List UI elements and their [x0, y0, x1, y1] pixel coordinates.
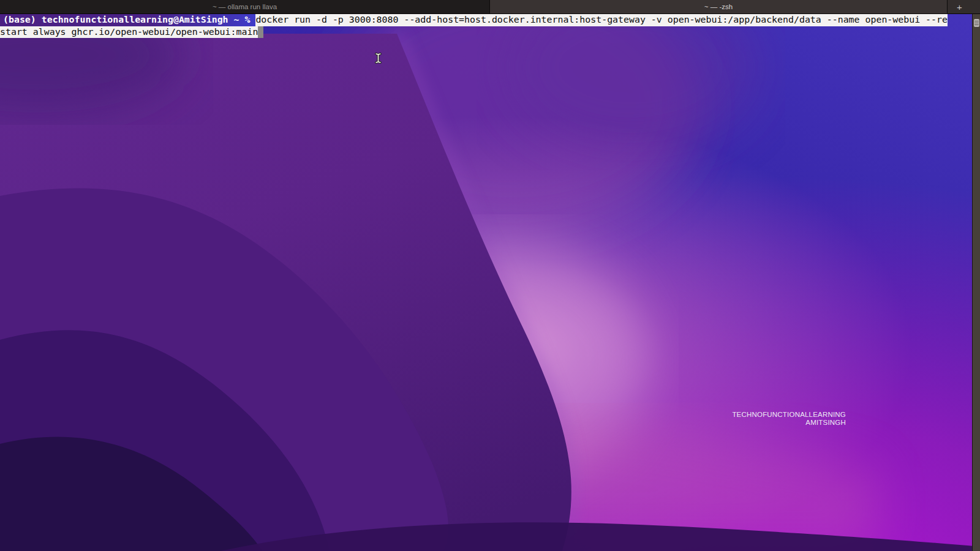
watermark-line-2: AMITSINGH — [732, 419, 846, 427]
desktop-screen: TECHNOFUNCTIONALLEARNING AMITSINGH ~ — o… — [0, 0, 980, 551]
desktop-wallpaper: TECHNOFUNCTIONALLEARNING AMITSINGH — [0, 0, 980, 551]
command-text-selected: start always ghcr.io/open-webui/open-web… — [0, 26, 258, 39]
tab-title: ~ — ollama run llava — [213, 3, 277, 10]
new-tab-button[interactable]: + — [947, 0, 971, 13]
wallpaper-watermark: TECHNOFUNCTIONALLEARNING AMITSINGH — [732, 411, 846, 427]
command-text-selected: docker run -d -p 3000:8080 --add-host=ho… — [255, 14, 948, 26]
wallpaper-art — [0, 0, 980, 551]
terminal-block-cursor — [258, 26, 263, 39]
adjacent-window-edge — [972, 14, 980, 551]
terminal-tab-bar: ~ — ollama run llava ~ — -zsh + — [0, 0, 980, 14]
terminal-line-1: (base) technofunctionallearning@AmitSing… — [0, 14, 980, 26]
watermark-line-1: TECHNOFUNCTIONALLEARNING — [732, 411, 846, 419]
tab-ollama-run-llava[interactable]: ~ — ollama run llava — [0, 0, 490, 13]
tab-title: ~ — -zsh — [704, 3, 733, 10]
shell-prompt: (base) technofunctionallearning@AmitSing… — [0, 14, 255, 26]
tab-zsh[interactable]: ~ — -zsh — [490, 0, 947, 13]
tab-overview-icon[interactable] — [974, 19, 979, 27]
tabbar-corner — [971, 0, 980, 13]
terminal-screen[interactable]: (base) technofunctionallearning@AmitSing… — [0, 14, 980, 38]
terminal-line-2: start always ghcr.io/open-webui/open-web… — [0, 26, 980, 39]
ibeam-cursor-icon — [374, 53, 382, 64]
plus-icon: + — [957, 2, 962, 12]
